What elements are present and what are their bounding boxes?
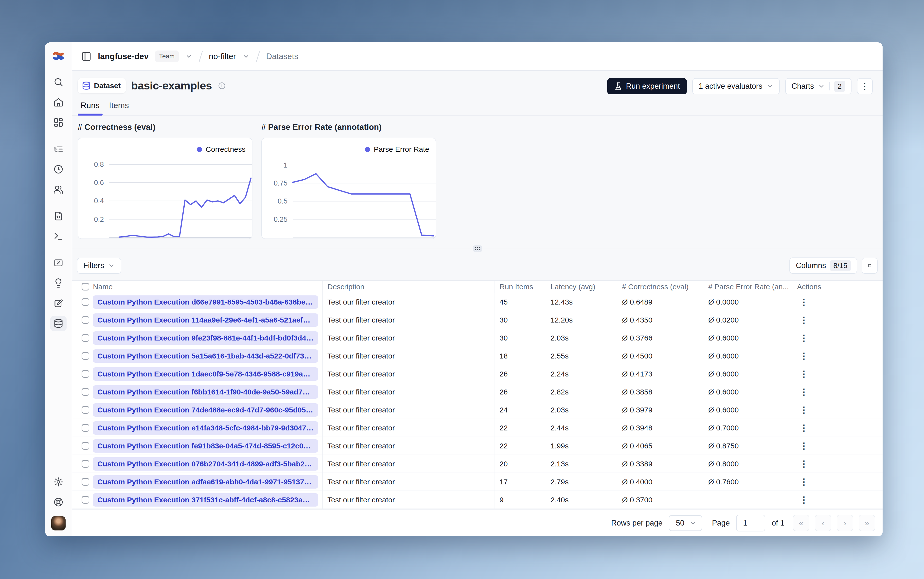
resize-drag-handle[interactable]	[473, 245, 482, 252]
row-actions-menu[interactable]: ⋮	[793, 347, 883, 365]
search-icon[interactable]	[50, 74, 67, 90]
row-actions-menu[interactable]: ⋮	[793, 401, 883, 419]
user-avatar[interactable]	[51, 516, 66, 530]
table-row[interactable]: Custom Python Execution 371f531c-abff-4d…	[72, 491, 883, 509]
column-header-name[interactable]: Name	[88, 281, 323, 293]
row-actions-menu[interactable]: ⋮	[793, 293, 883, 311]
playground-icon[interactable]	[50, 229, 67, 244]
run-name-link[interactable]: Custom Python Execution 5a15a616-1bab-44…	[93, 349, 318, 363]
filters-button[interactable]: Filters	[77, 258, 121, 274]
table-row[interactable]: Custom Python Execution 74de488e-ec9d-47…	[72, 401, 883, 419]
tab-runs[interactable]: Runs	[78, 101, 103, 115]
users-icon[interactable]	[50, 182, 67, 197]
page-actions-menu[interactable]: ⋮	[857, 78, 873, 94]
home-icon[interactable]	[50, 95, 67, 110]
org-name[interactable]: langfuse-dev	[98, 52, 149, 61]
insights-icon[interactable]	[50, 275, 67, 291]
row-actions-menu[interactable]: ⋮	[793, 455, 883, 473]
row-checkbox[interactable]	[82, 388, 88, 396]
table-row[interactable]: Custom Python Execution 114aa9ef-29e6-4e…	[72, 311, 883, 329]
project-switcher-chevron-icon[interactable]	[242, 53, 250, 60]
support-icon[interactable]	[50, 494, 67, 510]
table-row[interactable]: Custom Python Execution d66e7991-8595-45…	[72, 293, 883, 311]
row-actions-menu[interactable]: ⋮	[793, 473, 883, 491]
table-row[interactable]: Custom Python Execution e14fa348-5cfc-49…	[72, 419, 883, 437]
annotation-queues-icon[interactable]	[50, 296, 67, 311]
row-checkbox[interactable]	[82, 478, 88, 486]
run-description: Test our filter creator	[323, 329, 495, 347]
row-checkbox[interactable]	[82, 406, 88, 414]
table-row[interactable]: Custom Python Execution 9fe23f98-881e-44…	[72, 329, 883, 347]
row-actions-menu[interactable]: ⋮	[793, 383, 883, 401]
first-page-button[interactable]: «	[793, 515, 809, 531]
column-header-correctness[interactable]: # Correctness (eval)	[618, 281, 704, 293]
collapse-sidebar-icon[interactable]	[81, 51, 92, 62]
run-description: Test our filter creator	[323, 473, 495, 491]
row-actions-menu[interactable]: ⋮	[793, 419, 883, 437]
table-body: Custom Python Execution d66e7991-8595-45…	[72, 293, 883, 509]
info-icon[interactable]	[218, 82, 226, 90]
row-checkbox[interactable]	[82, 334, 88, 342]
row-checkbox[interactable]	[82, 496, 88, 504]
evaluators-dropdown[interactable]: 1 active evaluators	[692, 78, 780, 94]
run-name-link[interactable]: Custom Python Execution 1daec0f9-5e78-43…	[93, 367, 318, 381]
table-row[interactable]: Custom Python Execution f6bb1614-1f90-40…	[72, 383, 883, 401]
row-checkbox[interactable]	[82, 370, 88, 378]
charts-dropdown[interactable]: Charts 2	[785, 78, 852, 94]
tab-items[interactable]: Items	[106, 101, 132, 115]
rows-per-page-select[interactable]: 50	[669, 515, 702, 531]
column-header-latency[interactable]: Latency (avg)	[546, 281, 618, 293]
column-header-run-items[interactable]: Run Items	[495, 281, 546, 293]
project-name[interactable]: no-filter	[209, 52, 236, 61]
table-row[interactable]: Custom Python Execution 5a15a616-1bab-44…	[72, 347, 883, 365]
run-name-link[interactable]: Custom Python Execution f6bb1614-1f90-40…	[93, 385, 318, 399]
row-checkbox[interactable]	[82, 442, 88, 450]
row-actions-menu[interactable]: ⋮	[793, 365, 883, 383]
select-all-checkbox[interactable]	[82, 283, 88, 291]
latency-value: 2.44s	[546, 419, 618, 437]
run-name-link[interactable]: Custom Python Execution 076b2704-341d-48…	[93, 457, 318, 471]
table-row[interactable]: Custom Python Execution adfae619-abb0-4d…	[72, 473, 883, 491]
table-row[interactable]: Custom Python Execution 076b2704-341d-48…	[72, 455, 883, 473]
row-actions-menu[interactable]: ⋮	[793, 329, 883, 347]
run-name-link[interactable]: Custom Python Execution adfae619-abb0-4d…	[93, 475, 318, 489]
row-actions-menu[interactable]: ⋮	[793, 491, 883, 509]
org-switcher-chevron-icon[interactable]	[185, 53, 193, 60]
run-name-link[interactable]: Custom Python Execution fe91b83e-04a5-47…	[93, 439, 318, 453]
row-checkbox[interactable]	[82, 316, 88, 324]
next-page-button[interactable]: ›	[837, 515, 853, 531]
run-name-link[interactable]: Custom Python Execution 371f531c-abff-4d…	[93, 493, 318, 507]
table-row[interactable]: Custom Python Execution fe91b83e-04a5-47…	[72, 437, 883, 455]
tracing-icon[interactable]	[50, 141, 67, 157]
run-experiment-button[interactable]: Run experiment	[607, 78, 687, 94]
row-height-button[interactable]	[862, 258, 878, 274]
breadcrumb-separator	[256, 51, 260, 62]
chart-title-parse-error: # Parse Error Rate (annotation)	[261, 123, 436, 132]
prompts-icon[interactable]	[50, 208, 67, 224]
run-name-link[interactable]: Custom Python Execution e14fa348-5cfc-49…	[93, 421, 318, 435]
row-checkbox[interactable]	[82, 424, 88, 432]
column-header-description[interactable]: Description	[323, 281, 495, 293]
row-checkbox[interactable]	[82, 352, 88, 360]
table-row[interactable]: Custom Python Execution 1daec0f9-5e78-43…	[72, 365, 883, 383]
datasets-icon[interactable]	[50, 316, 67, 331]
run-name-link[interactable]: Custom Python Execution 9fe23f98-881e-44…	[93, 331, 318, 345]
parse-error-value: Ø 0.8750	[704, 437, 793, 455]
columns-button[interactable]: Columns 8/15	[790, 257, 857, 274]
settings-icon[interactable]	[50, 474, 67, 489]
run-name-link[interactable]: Custom Python Execution d66e7991-8595-45…	[93, 295, 318, 309]
row-checkbox[interactable]	[82, 460, 88, 468]
prev-page-button[interactable]: ‹	[815, 515, 831, 531]
row-actions-menu[interactable]: ⋮	[793, 311, 883, 329]
column-header-parse-error[interactable]: # Parse Error Rate (an...	[704, 281, 793, 293]
breadcrumb-section[interactable]: Datasets	[266, 52, 298, 61]
page-number-input[interactable]: 1	[736, 515, 765, 532]
run-name-link[interactable]: Custom Python Execution 74de488e-ec9d-47…	[93, 403, 318, 417]
dashboard-icon[interactable]	[50, 115, 67, 130]
row-actions-menu[interactable]: ⋮	[793, 437, 883, 455]
sessions-icon[interactable]	[50, 162, 67, 177]
row-checkbox[interactable]	[82, 298, 88, 306]
last-page-button[interactable]: »	[858, 515, 875, 531]
evaluation-icon[interactable]	[50, 255, 67, 270]
run-name-link[interactable]: Custom Python Execution 114aa9ef-29e6-4e…	[93, 313, 318, 327]
